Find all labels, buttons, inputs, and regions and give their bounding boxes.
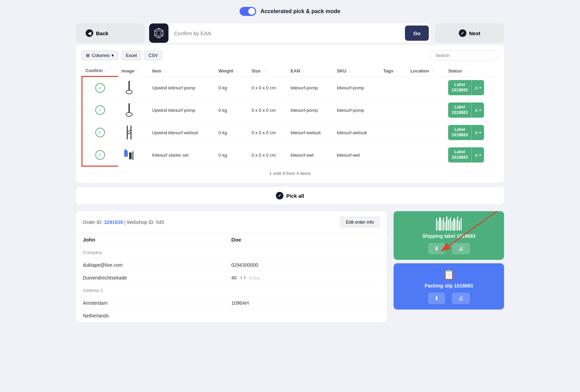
pick-all-bar[interactable]: ✓ Pick all bbox=[76, 187, 504, 204]
shipping-download-button[interactable]: ⬇ bbox=[428, 243, 445, 254]
svg-line-16 bbox=[127, 133, 131, 134]
label-button[interactable]: Label1018683 bbox=[448, 102, 471, 117]
item-name: Kitesurf starter set bbox=[149, 144, 215, 166]
number-stepper[interactable]: ⬆⬇ bbox=[240, 275, 246, 280]
shipping-label-actions: ⬇ 🖨 bbox=[399, 243, 499, 254]
confirm-cell[interactable]: ✓ bbox=[82, 144, 118, 166]
last-name: Doe bbox=[231, 237, 380, 243]
label-button[interactable]: Label1018683 bbox=[448, 80, 471, 95]
shipping-label-card: Shipping label 1018683 ⬇ 🖨 bbox=[394, 211, 504, 260]
item-ean: kitesurf-pomp bbox=[287, 77, 334, 99]
item-status: Label1018683 🖨 ▾ bbox=[445, 144, 499, 166]
item-size: 0 x 0 x 0 cm bbox=[248, 77, 287, 99]
shipping-label-title: Shipping label 1018683 bbox=[399, 233, 499, 239]
product-image bbox=[122, 125, 137, 140]
pagination: 1 until 4 from 4 items bbox=[81, 167, 499, 177]
svg-point-12 bbox=[126, 112, 132, 116]
print-button[interactable]: 🖨 ▾ bbox=[471, 147, 484, 162]
next-label: Next bbox=[469, 30, 481, 36]
image-cell bbox=[118, 77, 149, 99]
labels-container: Shipping label 1018683 ⬇ 🖨 📋 Packing sli… bbox=[394, 211, 504, 322]
confirm-check: ✓ bbox=[95, 128, 105, 137]
back-button[interactable]: ◀ Back bbox=[76, 23, 145, 43]
table-toolbar: ⊞ Columns ▾ Excel CSV bbox=[81, 50, 499, 60]
item-status: Label1018683 🖨 ▾ bbox=[445, 99, 499, 121]
svg-line-7 bbox=[155, 31, 157, 32]
order-header: Order ID: 3291939 | Webshop ID: 545 Edit… bbox=[76, 211, 387, 233]
item-ean: kitesurf-wet bbox=[287, 144, 334, 166]
clipboard-icon: 📋 bbox=[399, 269, 499, 280]
item-tags bbox=[380, 144, 407, 166]
item-status: Label1018683 🖨 ▾ bbox=[445, 77, 499, 99]
label-group: Label1018683 🖨 ▾ bbox=[448, 102, 495, 117]
go-button[interactable]: Go bbox=[405, 26, 429, 41]
col-size: Size ↕ bbox=[248, 65, 287, 77]
print-button[interactable]: 🖨 ▾ bbox=[471, 125, 484, 140]
shipping-print-button[interactable]: 🖨 bbox=[452, 243, 470, 254]
item-sku: kitesurf-pomp bbox=[334, 99, 380, 121]
sort-icon: ↕ bbox=[105, 69, 107, 73]
confirm-cell[interactable]: ✓ bbox=[82, 77, 118, 99]
svg-rect-11 bbox=[128, 103, 130, 112]
address2-field: Address 2 bbox=[76, 284, 387, 297]
first-name: John bbox=[83, 237, 231, 243]
order-id-link[interactable]: 3291939 bbox=[104, 219, 123, 225]
name-field: John Doe bbox=[76, 233, 387, 246]
item-location bbox=[407, 144, 445, 166]
product-image bbox=[122, 147, 137, 163]
city-field: Amsterdam 1096AH bbox=[76, 297, 387, 310]
products-table: Confirm ↕ Image ↕ Item ↕ Weight ↕ bbox=[81, 65, 499, 167]
print-button[interactable]: 🖨 ▾ bbox=[471, 80, 484, 95]
item-sku: kitesurf-wet bbox=[334, 144, 380, 166]
label-button[interactable]: Label1018683 bbox=[448, 125, 471, 140]
top-bar: Accelerated pick & pack mode bbox=[0, 0, 580, 21]
item-name: Upwind kitesurf pomp bbox=[149, 77, 215, 99]
svg-rect-8 bbox=[128, 81, 130, 90]
address-field: Duivendrechtsekade 40 ⬆⬇ Extra bbox=[76, 272, 387, 284]
columns-button[interactable]: ⊞ Columns ▾ bbox=[81, 50, 118, 60]
labels-section: Shipping label 1018683 ⬇ 🖨 📋 Packing sli… bbox=[394, 211, 504, 310]
slip-download-button[interactable]: ⬇ bbox=[428, 293, 445, 304]
city-value: Amsterdam bbox=[83, 300, 231, 306]
item-location bbox=[407, 121, 445, 144]
packing-slip-title: Packing slip 1018683 bbox=[399, 283, 499, 288]
navigation-bar: ◀ Back Go ✓ Next bbox=[69, 21, 511, 45]
next-button[interactable]: ✓ Next bbox=[435, 23, 504, 43]
print-button[interactable]: 🖨 ▾ bbox=[471, 102, 484, 117]
search-input[interactable] bbox=[429, 50, 499, 60]
svg-rect-17 bbox=[124, 150, 128, 157]
sort-icon: ↕ bbox=[236, 69, 238, 73]
ean-input[interactable] bbox=[168, 30, 405, 36]
item-weight: 0 kg bbox=[215, 144, 248, 166]
company-placeholder: Company bbox=[83, 250, 380, 255]
country-field: Netherlands bbox=[76, 310, 387, 322]
item-size: 0 x 0 x 0 cm bbox=[248, 99, 287, 121]
sort-icon: ↕ bbox=[137, 69, 139, 73]
edit-order-button[interactable]: Edit order info bbox=[340, 217, 380, 227]
sort-icon: ↕ bbox=[349, 69, 351, 73]
col-confirm: Confirm ↕ bbox=[82, 65, 118, 77]
csv-button[interactable]: CSV bbox=[144, 50, 162, 60]
col-image: Image ↕ bbox=[118, 65, 149, 77]
svg-point-20 bbox=[124, 149, 126, 151]
ean-input-container: Go bbox=[149, 23, 431, 43]
main-content: ⊞ Columns ▾ Excel CSV Confirm ↕ Image ↕ bbox=[69, 45, 511, 336]
svg-line-4 bbox=[161, 35, 163, 36]
product-image bbox=[122, 80, 137, 95]
col-sku: SKU ↕ bbox=[334, 65, 380, 77]
item-size: 0 x 0 x 0 cm bbox=[248, 144, 287, 166]
email-value: duktape@live.com bbox=[83, 262, 231, 268]
sort-icon: ↕ bbox=[465, 69, 467, 73]
slip-print-button[interactable]: 🖨 bbox=[452, 293, 470, 304]
item-name: Upwind kitesurf pomp bbox=[149, 99, 215, 121]
label-button[interactable]: Label1018683 bbox=[448, 147, 471, 162]
excel-button[interactable]: Excel bbox=[121, 50, 141, 60]
item-weight: 0 kg bbox=[215, 99, 248, 121]
confirm-cell[interactable]: ✓ bbox=[82, 121, 118, 144]
item-ean: kitesurf-wetsuit bbox=[287, 121, 334, 144]
toggle-knob bbox=[248, 8, 255, 15]
accelerated-mode-toggle[interactable] bbox=[240, 7, 256, 16]
confirm-cell[interactable]: ✓ bbox=[82, 99, 118, 121]
image-cell bbox=[118, 144, 149, 166]
columns-icon: ⊞ bbox=[86, 53, 90, 58]
